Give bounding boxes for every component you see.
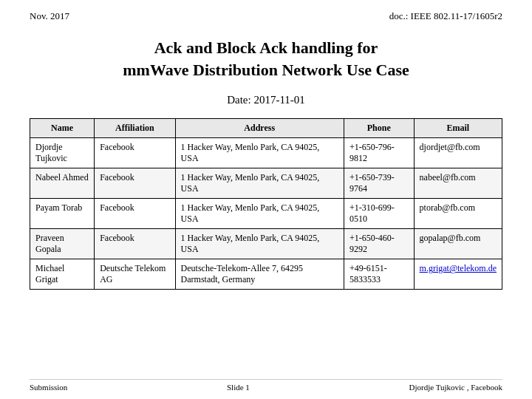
cell-email: gopalap@fb.com: [414, 229, 502, 259]
table-row: Nabeel AhmedFacebook1 Hacker Way, Menlo …: [30, 168, 502, 199]
cell-phone: +1-310-699-0510: [344, 199, 414, 229]
col-phone: Phone: [344, 119, 414, 138]
title: Ack and Block Ack handling for mmWave Di…: [30, 37, 502, 81]
table-header-row: Name Affiliation Address Phone Email: [30, 119, 502, 138]
cell-affiliation: Deutsche Telekom AG: [95, 259, 175, 290]
cell-phone: +1-650-460-9292: [344, 229, 414, 259]
cell-email: ptorab@fb.com: [414, 199, 502, 229]
col-name: Name: [30, 119, 95, 138]
footer-left: Submission: [30, 383, 67, 392]
header-doc: doc.: IEEE 802.11-17/1605r2: [389, 10, 502, 22]
date-section: Date: 2017-11-01: [30, 94, 502, 106]
cell-email: djordjet@fb.com: [414, 138, 502, 168]
cell-affiliation: Facebook: [95, 138, 175, 168]
cell-name: Michael Grigat: [30, 259, 95, 290]
cell-name: Praveen Gopala: [30, 229, 95, 259]
header-date: Nov. 2017: [30, 10, 69, 22]
table-row: Payam TorabFacebook1 Hacker Way, Menlo P…: [30, 199, 502, 229]
col-address: Address: [175, 119, 344, 138]
date-value: 2017-11-01: [253, 94, 304, 106]
footer-right: Djordje Tujkovic , Facebook: [409, 383, 502, 392]
col-email: Email: [414, 119, 502, 138]
header: Nov. 2017 doc.: IEEE 802.11-17/1605r2: [30, 0, 502, 22]
cell-affiliation: Facebook: [95, 168, 175, 199]
date-label: Date:: [227, 94, 250, 106]
table-row: Djordje TujkovicFacebook1 Hacker Way, Me…: [30, 138, 502, 168]
footer: Submission Slide 1 Djordje Tujkovic , Fa…: [30, 379, 502, 392]
col-affiliation: Affiliation: [95, 119, 175, 138]
footer-center: Slide 1: [227, 383, 250, 392]
cell-phone: +1-650-739-9764: [344, 168, 414, 199]
cell-name: Payam Torab: [30, 199, 95, 229]
cell-affiliation: Facebook: [95, 229, 175, 259]
cell-email: m.grigat@telekom.de: [414, 259, 502, 290]
table-row: Praveen GopalaFacebook1 Hacker Way, Menl…: [30, 229, 502, 259]
authors-table: Name Affiliation Address Phone Email Djo…: [30, 118, 502, 290]
cell-address: 1 Hacker Way, Menlo Park, CA 94025, USA: [175, 168, 344, 199]
cell-address: 1 Hacker Way, Menlo Park, CA 94025, USA: [175, 138, 344, 168]
cell-address: Deutsche-Telekom-Allee 7, 64295 Darmstad…: [175, 259, 344, 290]
cell-affiliation: Facebook: [95, 199, 175, 229]
cell-address: 1 Hacker Way, Menlo Park, CA 94025, USA: [175, 199, 344, 229]
cell-email: nabeel@fb.com: [414, 168, 502, 199]
cell-name: Nabeel Ahmed: [30, 168, 95, 199]
cell-address: 1 Hacker Way, Menlo Park, CA 94025, USA: [175, 229, 344, 259]
table-row: Michael GrigatDeutsche Telekom AGDeutsch…: [30, 259, 502, 290]
cell-name: Djordje Tujkovic: [30, 138, 95, 168]
title-section: Ack and Block Ack handling for mmWave Di…: [30, 37, 502, 81]
cell-phone: +49-6151-5833533: [344, 259, 414, 290]
cell-phone: +1-650-796-9812: [344, 138, 414, 168]
page: Nov. 2017 doc.: IEEE 802.11-17/1605r2 Ac…: [0, 0, 532, 399]
